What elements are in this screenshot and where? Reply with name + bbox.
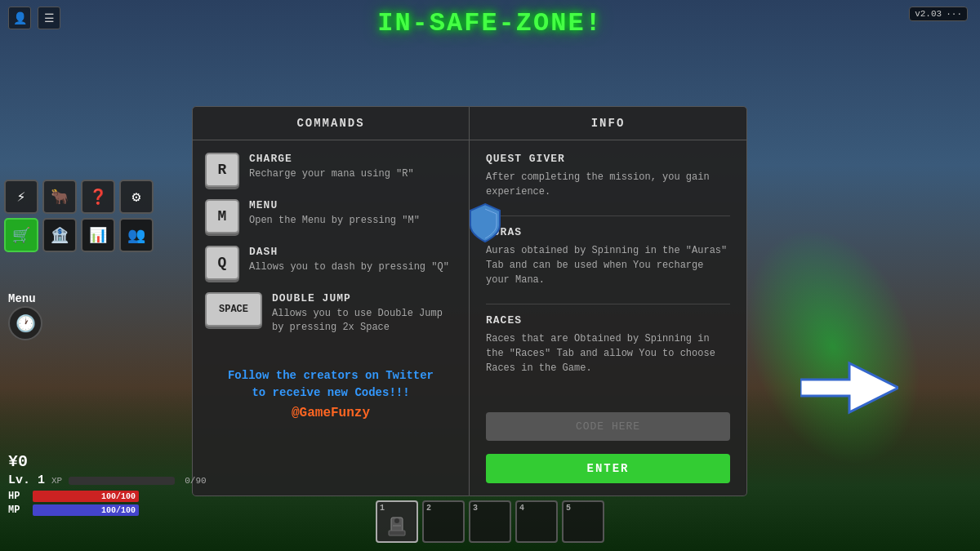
sidebar-icon-party[interactable]: 👥 bbox=[119, 218, 154, 252]
command-menu-text: MENU Open the Menu by pressing "M" bbox=[249, 199, 457, 228]
command-charge: R CHARGE Recharge your mana using "R" bbox=[205, 153, 457, 187]
sidebar-icon-bank[interactable]: 🏦 bbox=[42, 218, 77, 252]
command-doublejump-text: DOUBLE JUMP Allows you to use Double Jum… bbox=[272, 292, 457, 335]
hp-bar: 100/100 bbox=[33, 491, 139, 502]
hotbar-number-1: 1 bbox=[380, 504, 385, 513]
menu-label: Menu bbox=[8, 292, 36, 305]
command-charge-desc: Recharge your mana using "R" bbox=[249, 167, 457, 181]
hp-row: HP 100/100 bbox=[8, 491, 207, 502]
svg-point-2 bbox=[394, 518, 399, 523]
mp-label: MP bbox=[8, 504, 29, 516]
code-input-area bbox=[470, 404, 746, 447]
commands-panel: COMMANDS R CHARGE Recharge your mana usi… bbox=[192, 106, 470, 496]
info-auras-desc: Auras obtained by Spinning in the "Auras… bbox=[486, 243, 730, 287]
hotbar-slot-4[interactable]: 4 bbox=[515, 500, 558, 543]
game-title: IN-SAFE-ZONE! bbox=[377, 8, 603, 38]
hp-value: 100/100 bbox=[101, 492, 136, 501]
command-dash-title: DASH bbox=[249, 246, 457, 258]
sidebar-icon-beast[interactable]: 🐂 bbox=[42, 180, 77, 214]
command-charge-text: CHARGE Recharge your mana using "R" bbox=[249, 153, 457, 181]
mp-bar: 100/100 bbox=[33, 504, 139, 516]
shield-icon bbox=[469, 202, 501, 243]
info-auras: AURAS Auras obtained by Spinning in the … bbox=[486, 226, 730, 287]
key-space: SPACE bbox=[205, 292, 262, 327]
info-divider-2 bbox=[486, 304, 730, 304]
xp-bar bbox=[69, 477, 175, 485]
title-bar: IN-SAFE-ZONE! bbox=[0, 8, 980, 38]
version-menu-icon[interactable]: ··· bbox=[946, 9, 962, 19]
hotbar-number-3: 3 bbox=[473, 504, 478, 513]
code-input[interactable] bbox=[486, 412, 730, 441]
command-doublejump: SPACE DOUBLE JUMP Allows you to use Doub… bbox=[205, 292, 457, 335]
sidebar-icon-help[interactable]: ❓ bbox=[81, 180, 115, 214]
sidebar-row-2: 🛒 🏦 📊 👥 bbox=[4, 218, 154, 252]
hotbar-number-4: 4 bbox=[519, 504, 524, 513]
info-quest-title: QUEST GIVER bbox=[486, 153, 730, 165]
info-auras-title: AURAS bbox=[486, 226, 730, 238]
bottom-hud: ¥0 Lv. 1 XP 0/90 HP 100/100 MP 100/100 bbox=[8, 452, 207, 518]
mp-value: 100/100 bbox=[101, 506, 136, 515]
arrow-indicator bbox=[800, 359, 898, 416]
key-m: M bbox=[205, 199, 239, 233]
hotbar-slot-3[interactable]: 3 bbox=[469, 500, 511, 543]
hotbar: 1 2 3 4 5 bbox=[376, 500, 604, 543]
arrow-svg bbox=[800, 359, 898, 416]
sidebar-icon-shop[interactable]: 🛒 bbox=[4, 218, 38, 252]
sidebar-row-1: ⚡ 🐂 ❓ ⚙ bbox=[4, 180, 154, 214]
info-panel: INFO QUEST GIVER After completing the mi… bbox=[470, 106, 747, 496]
mp-row: MP 100/100 bbox=[8, 504, 207, 516]
enter-button[interactable]: ENTER bbox=[486, 454, 730, 483]
info-races: RACES Races that are Obtained by Spinnin… bbox=[486, 314, 730, 375]
version-text: v2.03 bbox=[915, 9, 942, 19]
key-q: Q bbox=[205, 246, 239, 280]
hotbar-slot-1[interactable]: 1 bbox=[376, 500, 418, 543]
level-row: Lv. 1 XP 0/90 bbox=[8, 473, 207, 487]
info-divider-1 bbox=[486, 216, 730, 216]
command-dash-text: DASH Allows you to dash by pressing "Q" bbox=[249, 246, 457, 274]
shield-decoration bbox=[469, 202, 501, 243]
command-doublejump-title: DOUBLE JUMP bbox=[272, 292, 457, 304]
twitter-handle[interactable]: @GameFunzy bbox=[205, 406, 457, 420]
version-badge: v2.03 ··· bbox=[909, 7, 968, 21]
info-quest-desc: After completing the mission, you gain e… bbox=[486, 170, 730, 199]
command-menu: M MENU Open the Menu by pressing "M" bbox=[205, 199, 457, 233]
panels-container: COMMANDS R CHARGE Recharge your mana usi… bbox=[192, 106, 747, 496]
hotbar-slot-5[interactable]: 5 bbox=[562, 500, 604, 543]
info-races-title: RACES bbox=[486, 314, 730, 327]
command-charge-title: CHARGE bbox=[249, 153, 457, 165]
level-text: Lv. 1 bbox=[8, 473, 45, 487]
hotbar-number-2: 2 bbox=[426, 504, 431, 513]
info-races-desc: Races that are Obtained by Spinning in t… bbox=[486, 331, 730, 375]
svg-rect-4 bbox=[389, 531, 405, 535]
info-quest-giver: QUEST GIVER After completing the mission… bbox=[486, 153, 730, 199]
twitter-promo: Follow the creators on Twitterto receive… bbox=[193, 359, 469, 429]
xp-value: 0/90 bbox=[185, 476, 206, 486]
command-menu-title: MENU bbox=[249, 199, 457, 211]
info-content: QUEST GIVER After completing the mission… bbox=[470, 140, 746, 404]
hp-label: HP bbox=[8, 491, 29, 502]
hotbar-number-5: 5 bbox=[566, 504, 571, 513]
xp-label: XP bbox=[51, 476, 62, 486]
info-header: INFO bbox=[470, 107, 746, 140]
hotbar-slot-2[interactable]: 2 bbox=[422, 500, 465, 543]
sidebar-icon-player[interactable]: ⚡ bbox=[4, 180, 38, 214]
clock-icon[interactable]: 🕐 bbox=[8, 306, 42, 340]
twitter-text: Follow the creators on Twitterto receive… bbox=[205, 367, 457, 402]
commands-list: R CHARGE Recharge your mana using "R" M … bbox=[193, 140, 469, 359]
currency-display: ¥0 bbox=[8, 452, 207, 471]
command-dash-desc: Allows you to dash by pressing "Q" bbox=[249, 260, 457, 274]
left-sidebar: ⚡ 🐂 ❓ ⚙ 🛒 🏦 📊 👥 bbox=[4, 180, 154, 252]
commands-header: COMMANDS bbox=[193, 107, 469, 140]
sidebar-icon-settings[interactable]: ⚙ bbox=[119, 180, 154, 214]
command-doublejump-desc: Allows you to use Double Jump by pressin… bbox=[272, 307, 457, 335]
svg-marker-0 bbox=[800, 363, 898, 412]
svg-rect-3 bbox=[393, 525, 401, 527]
hotbar-icon-1 bbox=[380, 513, 414, 540]
sidebar-icon-stats[interactable]: 📊 bbox=[81, 218, 115, 252]
command-dash: Q DASH Allows you to dash by pressing "Q… bbox=[205, 246, 457, 280]
command-menu-desc: Open the Menu by pressing "M" bbox=[249, 214, 457, 228]
key-r: R bbox=[205, 153, 239, 187]
